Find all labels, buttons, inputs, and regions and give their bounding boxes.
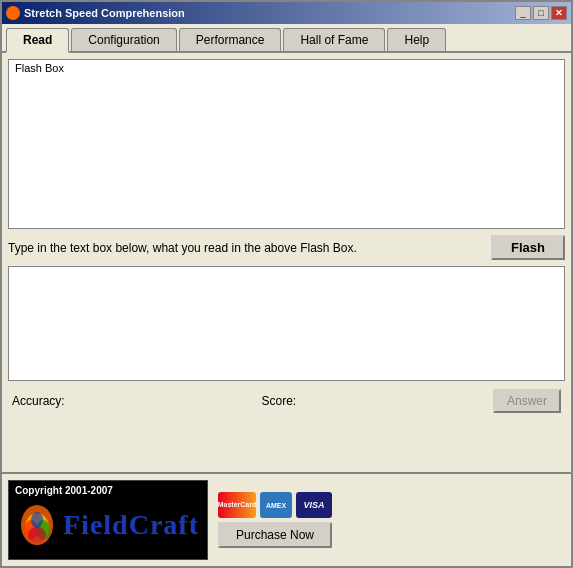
- mastercard-logo: MasterCard: [218, 492, 256, 518]
- main-content: Flash Box Type in the text box below, wh…: [2, 53, 571, 472]
- purchase-button[interactable]: Purchase Now: [218, 522, 332, 548]
- title-bar: Stretch Speed Comprehension _ □ ✕: [2, 2, 571, 24]
- tab-bar: Read Configuration Performance Hall of F…: [2, 24, 571, 53]
- fieldcraft-logo: FieldCraft: [17, 500, 199, 550]
- accuracy-score-row: Accuracy: Score: Answer: [8, 387, 565, 415]
- score-label: Score:: [261, 394, 296, 408]
- tab-configuration[interactable]: Configuration: [71, 28, 176, 51]
- app-icon: [6, 6, 20, 20]
- instruction-row: Type in the text box below, what you rea…: [8, 235, 565, 260]
- tab-hall-of-fame[interactable]: Hall of Fame: [283, 28, 385, 51]
- instruction-text: Type in the text box below, what you rea…: [8, 241, 357, 255]
- svg-point-5: [31, 512, 43, 528]
- tab-help[interactable]: Help: [387, 28, 446, 51]
- payment-section: MasterCard AMEX VISA Purchase Now: [218, 492, 332, 548]
- copyright-box: Copyright 2001-2007 FieldCraft: [8, 480, 208, 560]
- answer-button[interactable]: Answer: [493, 389, 561, 413]
- main-window: Stretch Speed Comprehension _ □ ✕ Read C…: [0, 0, 573, 568]
- title-buttons: _ □ ✕: [515, 6, 567, 20]
- visa-text: VISA: [303, 500, 324, 510]
- bottom-section: Copyright 2001-2007 FieldCraft MasterCar…: [2, 472, 571, 566]
- svg-point-4: [28, 527, 46, 543]
- minimize-button[interactable]: _: [515, 6, 531, 20]
- flash-box-container: Flash Box: [8, 59, 565, 229]
- tab-performance[interactable]: Performance: [179, 28, 282, 51]
- amex-text: AMEX: [266, 502, 286, 509]
- flash-box-label: Flash Box: [15, 62, 64, 74]
- visa-logo: VISA: [296, 492, 332, 518]
- accuracy-label: Accuracy:: [12, 394, 65, 408]
- fieldcraft-logo-icon: [17, 500, 57, 550]
- window-title: Stretch Speed Comprehension: [24, 7, 185, 19]
- copyright-text: Copyright 2001-2007: [15, 485, 113, 496]
- maximize-button[interactable]: □: [533, 6, 549, 20]
- amex-logo: AMEX: [260, 492, 292, 518]
- flash-button[interactable]: Flash: [491, 235, 565, 260]
- payment-cards: MasterCard AMEX VISA: [218, 492, 332, 518]
- close-button[interactable]: ✕: [551, 6, 567, 20]
- fieldcraft-brand-text: FieldCraft: [63, 509, 199, 541]
- mastercard-text: MasterCard: [218, 501, 257, 509]
- response-textarea[interactable]: [9, 267, 564, 380]
- text-input-container: [8, 266, 565, 381]
- title-bar-left: Stretch Speed Comprehension: [6, 6, 185, 20]
- tab-read[interactable]: Read: [6, 28, 69, 53]
